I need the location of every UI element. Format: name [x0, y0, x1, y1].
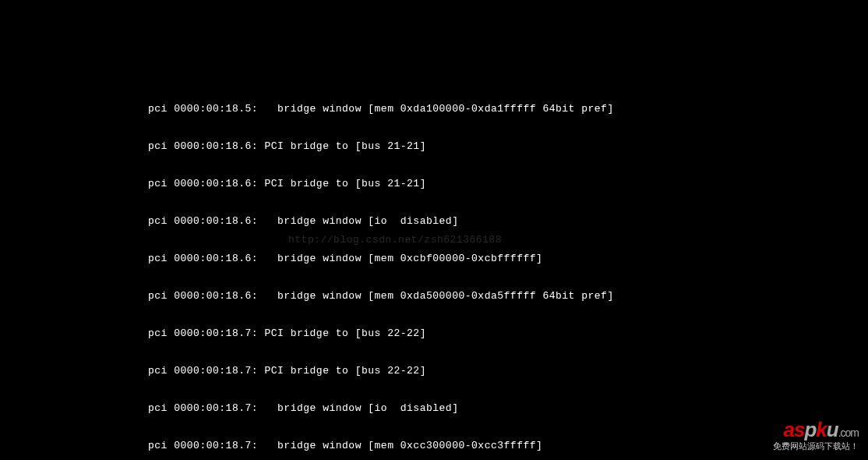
brand-suffix: .com	[838, 426, 859, 439]
boot-line: pci 0000:00:18.6: PCI bridge to [bus 21-…	[148, 140, 868, 153]
brand-logo: aspku.com	[773, 418, 859, 442]
boot-line: pci 0000:00:18.6: bridge window [mem 0xd…	[148, 290, 868, 303]
brand-badge: aspku.com 免费网站源码下载站！	[773, 418, 859, 452]
watermark-text: http://blog.csdn.net/zsh621366188	[288, 234, 502, 246]
boot-log-terminal: pci 0000:00:18.5: bridge window [mem 0xd…	[0, 0, 868, 460]
boot-line: pci 0000:00:18.7: PCI bridge to [bus 22-…	[148, 327, 868, 340]
boot-line: pci 0000:00:18.7: PCI bridge to [bus 22-…	[148, 365, 868, 377]
boot-line: pci 0000:00:18.6: bridge window [io disa…	[148, 215, 868, 228]
boot-line: pci 0000:00:18.6: PCI bridge to [bus 21-…	[148, 178, 868, 190]
boot-line: pci 0000:00:18.5: bridge window [mem 0xd…	[148, 103, 868, 115]
boot-line: pci 0000:00:18.7: bridge window [io disa…	[148, 402, 868, 415]
boot-line: pci 0000:00:18.7: bridge window [mem 0xc…	[148, 440, 868, 452]
brand-subtitle: 免费网站源码下载站！	[773, 441, 859, 452]
boot-line: pci 0000:00:18.6: bridge window [mem 0xc…	[148, 253, 868, 265]
